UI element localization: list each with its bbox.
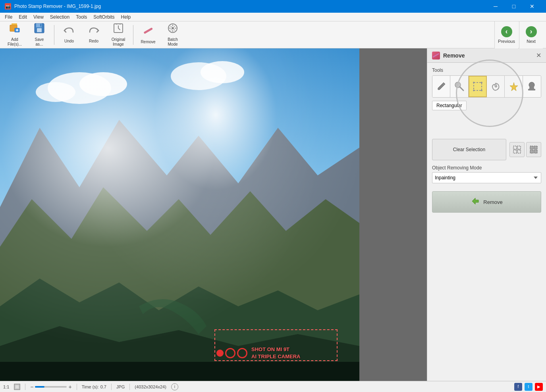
original-image-button[interactable]: OriginalImage (107, 23, 130, 46)
menu-view[interactable]: View (30, 13, 47, 21)
svg-point-16 (79, 72, 127, 96)
zoom-slider[interactable] (35, 386, 67, 388)
svg-rect-26 (432, 53, 439, 58)
tool-magic-wand-small[interactable] (450, 76, 468, 97)
batch-mode-button[interactable]: BatchMode (161, 23, 184, 46)
remove-action-label: Remove (483, 199, 502, 205)
removing-mode-dropdown[interactable]: Inpainting Smart Fill Clone (432, 172, 541, 183)
undo-label: Undo (64, 39, 74, 44)
title-bar: 📷 Photo Stamp Remover - IMG_1599-1.jpg ─… (0, 0, 546, 13)
previous-label: Previous (498, 39, 515, 44)
watermark-line1: SHOT ON MI 9T (251, 346, 301, 353)
menu-tools[interactable]: Tools (73, 13, 90, 21)
app-icon: 📷 (5, 3, 11, 10)
menu-selection[interactable]: Selection (47, 13, 73, 21)
svg-point-33 (481, 90, 482, 91)
svg-rect-8 (40, 24, 41, 27)
undo-button[interactable]: Undo (58, 23, 81, 46)
remove-toolbar-button[interactable]: Remove (137, 23, 160, 46)
menu-edit[interactable]: Edit (15, 13, 30, 21)
mode-section-label: Object Removing Mode (432, 165, 541, 171)
status-sep-2 (77, 384, 77, 390)
svg-marker-46 (472, 198, 478, 204)
svg-point-17 (36, 82, 75, 102)
select-all-button[interactable] (509, 142, 525, 157)
file-dimensions: (4032x3024x24) (135, 384, 166, 389)
previous-button[interactable]: ‹ Previous (494, 21, 518, 48)
rectangular-label: Rectangular (432, 101, 467, 110)
info-button[interactable]: i (171, 383, 178, 390)
youtube-button[interactable]: ▶ (535, 383, 543, 391)
next-button[interactable]: › Next (519, 21, 543, 48)
clear-selection-button[interactable]: Clear Selection (432, 139, 506, 160)
svg-rect-1 (12, 23, 17, 25)
tool-lasso[interactable] (487, 76, 505, 97)
svg-point-19 (201, 61, 244, 83)
redo-icon (88, 26, 99, 38)
svg-rect-42 (530, 146, 533, 149)
svg-rect-44 (530, 150, 533, 153)
svg-rect-37 (528, 89, 535, 90)
tool-stamp[interactable] (523, 76, 541, 97)
image-area[interactable]: SHOT ON MI 9T AI TRIPLE CAMERA (0, 48, 427, 381)
original-image-label: OriginalImage (112, 37, 125, 47)
save-as-label: Saveas... (35, 37, 44, 47)
twitter-button[interactable]: t (525, 383, 532, 391)
deselect-button[interactable] (526, 142, 541, 157)
remove-action-icon (471, 196, 480, 208)
svg-rect-38 (513, 146, 517, 149)
format-status: JPG (116, 384, 125, 389)
toolbox-panel-icon (432, 52, 440, 60)
zoom-level: 1:1 (3, 384, 9, 389)
menu-file[interactable]: File (2, 13, 15, 21)
tool-pencil[interactable] (432, 76, 450, 97)
save-as-button[interactable]: Saveas... (28, 23, 51, 46)
add-files-label: AddFile(s)... (8, 37, 22, 47)
tool-rectangular[interactable] (469, 76, 487, 97)
zoom-plus[interactable]: + (68, 384, 71, 390)
svg-rect-36 (529, 87, 534, 89)
zoom-value: 1:1 (3, 384, 9, 389)
dot-outline-1 (225, 348, 235, 358)
add-files-icon (9, 23, 20, 36)
window-title: Photo Stamp Remover - IMG_1599-1.jpg (14, 4, 101, 9)
tool-magic-wand-star[interactable] (505, 76, 523, 97)
redo-label: Redo (89, 39, 98, 44)
add-files-button[interactable]: AddFile(s)... (3, 23, 26, 46)
time-status: Time (s): 0.7 (82, 384, 106, 389)
minimize-button[interactable]: ─ (486, 0, 505, 13)
watermark-dots (216, 348, 247, 358)
svg-point-32 (473, 90, 475, 91)
redo-button[interactable]: Redo (82, 23, 105, 46)
close-button[interactable]: ✕ (523, 0, 541, 13)
toolbox-title: Remove (443, 52, 465, 59)
nav-buttons: ‹ Previous › Next (494, 21, 543, 48)
next-label: Next (527, 39, 536, 44)
status-sep-3 (111, 384, 112, 390)
previous-icon: ‹ (501, 26, 512, 37)
maximize-button[interactable]: □ (505, 0, 523, 13)
undo-icon (64, 26, 75, 38)
facebook-button[interactable]: f (514, 383, 522, 391)
toolbar-sep-2 (133, 25, 133, 45)
zoom-minus[interactable]: − (30, 384, 33, 390)
toolbox-close-button[interactable]: ✕ (536, 52, 541, 59)
social-icons: f t ▶ (514, 383, 543, 391)
svg-point-30 (473, 82, 475, 83)
zoom-control: − + (30, 384, 71, 390)
title-bar-left: 📷 Photo Stamp Remover - IMG_1599-1.jpg (5, 3, 101, 10)
svg-marker-34 (510, 83, 518, 91)
svg-line-28 (460, 87, 463, 90)
toolbox-header-left: Remove (432, 52, 465, 60)
status-bar: 1:1 − + Time (s): 0.7 JPG (4032x3024x24)… (0, 381, 546, 392)
toolbar: AddFile(s)... Saveas... Undo (0, 21, 546, 48)
svg-rect-40 (513, 150, 517, 153)
tools-container: Tools (432, 67, 541, 110)
batch-mode-label: BatchMode (168, 37, 178, 47)
batch-mode-icon (167, 23, 178, 36)
time-value: 0.7 (100, 384, 106, 389)
menu-help[interactable]: Help (118, 13, 134, 21)
menu-softorbits[interactable]: SoftOrbits (90, 13, 118, 21)
watermark-text: SHOT ON MI 9T AI TRIPLE CAMERA (251, 346, 301, 360)
remove-action-button[interactable]: Remove (432, 191, 541, 213)
